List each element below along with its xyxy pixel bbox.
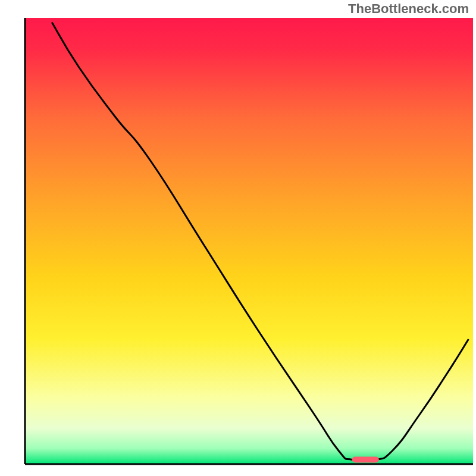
chart-container: TheBottleneck.com bbox=[0, 0, 476, 476]
optimal-marker bbox=[352, 457, 379, 463]
bottleneck-chart bbox=[0, 0, 476, 476]
